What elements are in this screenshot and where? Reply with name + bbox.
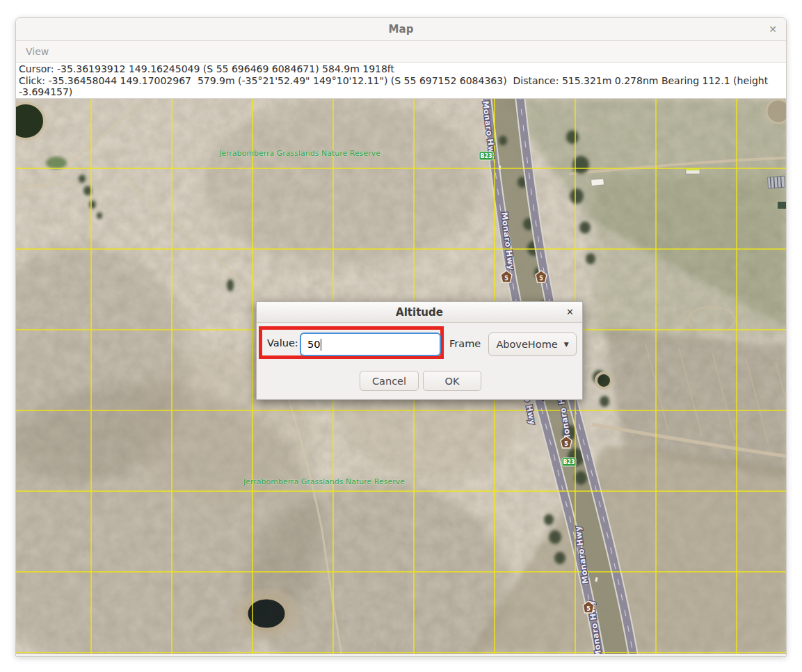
altitude-value-input[interactable]: 50 [300, 333, 441, 356]
status-panel: Cursor: -35.36193912 149.16245049 (S 55 … [16, 63, 786, 99]
svg-text:5: 5 [564, 441, 568, 447]
reserve-label: Jerrabomberra Grasslands Nature Reserve [218, 149, 380, 158]
svg-text:B23: B23 [563, 459, 575, 465]
frame-label: Frame [449, 338, 481, 349]
reserve-label: Jerrabomberra Grasslands Nature Reserve [243, 477, 405, 486]
click-status-text: Click: -35.36458044 149.17002967 579.9m … [19, 75, 783, 87]
text-caret [321, 339, 321, 351]
frame-dropdown[interactable]: AboveHome ▼ [488, 333, 577, 356]
click-status-text-wrap: -3.694157) [19, 86, 783, 98]
svg-text:5: 5 [586, 606, 591, 612]
green-patch [46, 157, 67, 169]
menu-view[interactable]: View [20, 43, 54, 60]
altitude-value-text: 50 [307, 339, 320, 350]
cursor-status-text: Cursor: -35.36193912 149.16245049 (S 55 … [19, 63, 783, 75]
menubar: View [16, 41, 786, 63]
svg-text:B23: B23 [480, 153, 492, 159]
window-title: Map [389, 23, 414, 35]
window-close-icon[interactable]: ✕ [769, 18, 777, 40]
cancel-button[interactable]: Cancel [360, 371, 419, 391]
altitude-dialog-titlebar[interactable]: Altitude ✕ [257, 302, 582, 323]
ok-button[interactable]: OK [423, 371, 481, 391]
window-footer [16, 654, 786, 657]
chevron-down-icon: ▼ [564, 341, 569, 348]
value-label: Value: [267, 337, 298, 349]
altitude-dialog: Altitude ✕ Value: 50 Frame AboveHome ▼ C… [256, 301, 583, 400]
frame-selected-value: AboveHome [496, 339, 557, 350]
window-titlebar[interactable]: Map ✕ [16, 18, 786, 41]
svg-text:5: 5 [504, 275, 508, 282]
altitude-dialog-close-icon[interactable]: ✕ [566, 302, 574, 322]
altitude-dialog-title: Altitude [396, 306, 443, 319]
svg-text:5: 5 [539, 275, 543, 282]
